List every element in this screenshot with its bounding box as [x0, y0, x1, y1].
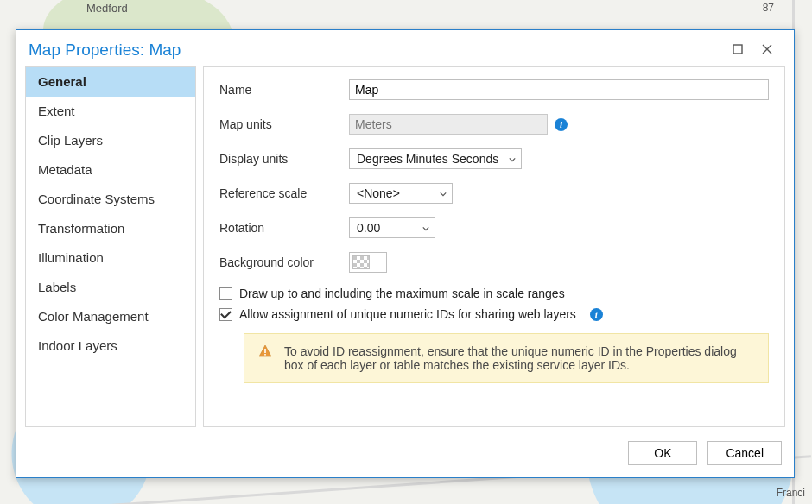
general-panel: Name Map units i Display units Degrees M… — [203, 66, 785, 427]
svg-rect-2 — [264, 354, 266, 356]
reference-scale-label: Reference scale — [219, 186, 349, 200]
chevron-down-icon — [422, 221, 429, 235]
svg-rect-0 — [733, 45, 742, 54]
background-color-label: Background color — [219, 255, 349, 269]
map-units-field — [349, 114, 548, 135]
display-units-label: Display units — [219, 152, 349, 166]
properties-sidebar: General Extent Clip Layers Metadata Coor… — [25, 66, 196, 427]
id-warning-text: To avoid ID reassignment, ensure that th… — [284, 344, 754, 372]
draw-max-scale-label: Draw up to and including the maximum sca… — [239, 287, 565, 300]
sidebar-item-general[interactable]: General — [26, 67, 195, 97]
svg-rect-1 — [264, 349, 266, 353]
dialog-title: Map Properties: Map — [29, 41, 723, 60]
sidebar-item-labels[interactable]: Labels — [26, 273, 195, 302]
sidebar-item-transformation[interactable]: Transformation — [26, 214, 195, 243]
bg-route-label: 87 — [763, 2, 774, 14]
map-units-label: Map units — [219, 117, 349, 131]
display-units-value: Degrees Minutes Seconds — [357, 152, 498, 166]
allow-unique-ids-label: Allow assignment of unique numeric IDs f… — [239, 307, 576, 321]
sidebar-item-clip-layers[interactable]: Clip Layers — [26, 126, 195, 155]
name-label: Name — [219, 83, 349, 97]
reference-scale-select[interactable]: <None> — [349, 183, 453, 204]
chevron-down-icon — [509, 152, 516, 166]
transparent-swatch-icon — [352, 255, 370, 269]
titlebar: Map Properties: Map — [16, 30, 794, 66]
background-color-picker[interactable] — [349, 252, 387, 273]
maximize-icon — [733, 43, 743, 57]
sidebar-item-coordinate-systems[interactable]: Coordinate Systems — [26, 185, 195, 214]
rotation-value: 0.00 — [357, 221, 380, 235]
dialog-footer: OK Cancel — [16, 432, 794, 477]
sidebar-item-extent[interactable]: Extent — [26, 97, 195, 126]
sidebar-item-metadata[interactable]: Metadata — [26, 155, 195, 185]
reference-scale-value: <None> — [357, 186, 400, 200]
sidebar-item-illumination[interactable]: Illumination — [26, 243, 195, 273]
close-button[interactable] — [752, 38, 782, 62]
rotation-label: Rotation — [219, 221, 349, 235]
sidebar-item-color-management[interactable]: Color Management — [26, 302, 195, 331]
cancel-button[interactable]: Cancel — [707, 441, 782, 465]
draw-max-scale-checkbox[interactable] — [219, 287, 232, 300]
sidebar-item-indoor-layers[interactable]: Indoor Layers — [26, 331, 195, 361]
display-units-select[interactable]: Degrees Minutes Seconds — [349, 148, 522, 169]
info-icon[interactable]: i — [590, 308, 603, 321]
map-properties-dialog: Map Properties: Map General Extent Clip … — [16, 29, 795, 478]
rotation-field[interactable]: 0.00 — [349, 217, 435, 238]
bg-city-label: Franci — [777, 487, 805, 499]
info-icon[interactable]: i — [555, 118, 568, 131]
chevron-down-icon — [440, 186, 447, 200]
warning-icon — [258, 344, 272, 361]
maximize-button[interactable] — [723, 38, 752, 62]
allow-unique-ids-checkbox[interactable] — [219, 308, 232, 321]
name-field[interactable] — [349, 79, 769, 100]
ok-button[interactable]: OK — [628, 441, 697, 465]
close-icon — [762, 43, 772, 57]
id-warning-box: To avoid ID reassignment, ensure that th… — [244, 333, 769, 383]
